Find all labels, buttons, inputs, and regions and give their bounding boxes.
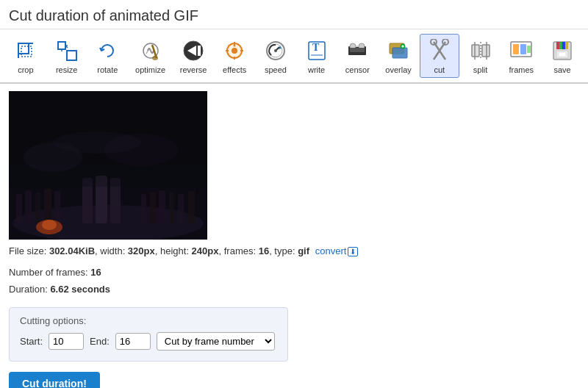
svg-point-79 bbox=[42, 220, 57, 230]
tool-effects-label: effects bbox=[223, 65, 246, 74]
svg-rect-74 bbox=[159, 190, 165, 223]
cut-mode-select[interactable]: Cut by frame number Cut by time (seconds… bbox=[157, 332, 275, 351]
tool-resize-label: resize bbox=[56, 65, 77, 74]
svg-rect-64 bbox=[16, 194, 22, 223]
tool-cut[interactable]: cut bbox=[420, 34, 459, 78]
cutting-panel: Cutting options: Start: End: Cut by fram… bbox=[9, 307, 288, 362]
svg-point-11 bbox=[152, 56, 158, 60]
svg-rect-44 bbox=[472, 45, 479, 57]
svg-rect-67 bbox=[44, 189, 51, 223]
tool-frames[interactable]: frames bbox=[501, 34, 541, 78]
tool-optimize[interactable]: optimize bbox=[129, 34, 172, 78]
start-input[interactable] bbox=[49, 333, 84, 350]
svg-rect-58 bbox=[559, 42, 562, 49]
svg-rect-73 bbox=[150, 192, 156, 223]
duration-stat: Duration: 6.62 seconds bbox=[9, 281, 579, 298]
rotate-icon bbox=[94, 37, 121, 64]
tool-crop[interactable]: crop bbox=[6, 34, 46, 78]
svg-rect-76 bbox=[178, 194, 184, 223]
speed-icon bbox=[262, 37, 289, 64]
svg-rect-66 bbox=[35, 193, 40, 223]
file-width: 320px bbox=[128, 245, 155, 256]
tool-crop-label: crop bbox=[18, 65, 33, 74]
convert-icon: ⬇ bbox=[348, 247, 358, 256]
file-info-prefix: File size: bbox=[9, 245, 49, 256]
svg-rect-51 bbox=[520, 44, 526, 54]
effects-icon bbox=[221, 37, 248, 64]
overlay-icon bbox=[385, 37, 412, 64]
duration-label: Duration: bbox=[9, 284, 50, 295]
toolbar: crop resize rotate bbox=[0, 29, 588, 84]
cut-duration-button[interactable]: Cut duration! bbox=[9, 372, 100, 388]
frames-value: 16 bbox=[90, 267, 101, 278]
tool-reverse-label: reverse bbox=[180, 65, 207, 74]
tool-speed-label: speed bbox=[265, 65, 287, 74]
tool-split-label: split bbox=[473, 65, 488, 74]
optimize-icon bbox=[137, 37, 164, 64]
svg-rect-52 bbox=[527, 46, 531, 53]
reverse-icon bbox=[180, 37, 207, 64]
svg-rect-57 bbox=[556, 42, 559, 49]
save-icon bbox=[549, 37, 576, 64]
svg-rect-68 bbox=[54, 191, 60, 223]
svg-rect-50 bbox=[513, 44, 519, 54]
tool-save[interactable]: save bbox=[542, 34, 582, 78]
duration-value: 6.62 seconds bbox=[50, 284, 110, 295]
tool-effects[interactable]: effects bbox=[215, 34, 254, 78]
svg-point-21 bbox=[234, 45, 236, 47]
svg-rect-59 bbox=[562, 42, 565, 49]
tool-save-label: save bbox=[553, 65, 570, 74]
svg-rect-36 bbox=[392, 48, 407, 58]
censor-icon bbox=[344, 37, 370, 64]
file-info-sep2: , height: bbox=[155, 245, 192, 256]
tool-speed[interactable]: speed bbox=[256, 34, 295, 78]
svg-rect-3 bbox=[21, 46, 32, 57]
tool-overlay[interactable]: overlay bbox=[379, 34, 418, 78]
end-label: End: bbox=[90, 336, 110, 347]
file-height: 240px bbox=[192, 245, 219, 256]
tool-optimize-label: optimize bbox=[135, 65, 165, 74]
tool-censor[interactable]: censor bbox=[338, 34, 378, 78]
svg-rect-65 bbox=[25, 190, 32, 223]
svg-rect-77 bbox=[188, 191, 195, 223]
tool-resize[interactable]: resize bbox=[47, 34, 87, 78]
page-title: Cut duration of animated GIF bbox=[9, 7, 579, 24]
file-info: File size: 302.04KiB, width: 320px, heig… bbox=[9, 245, 579, 256]
svg-rect-4 bbox=[58, 42, 65, 49]
svg-marker-14 bbox=[198, 46, 201, 56]
tool-cut-label: cut bbox=[434, 65, 445, 74]
convert-link[interactable]: convert bbox=[315, 245, 347, 256]
svg-rect-60 bbox=[565, 42, 568, 49]
tool-split[interactable]: split bbox=[461, 34, 501, 78]
frames-icon bbox=[508, 37, 534, 64]
tool-censor-label: censor bbox=[345, 65, 370, 74]
cutting-panel-title: Cutting options: bbox=[20, 315, 277, 326]
end-input[interactable] bbox=[115, 333, 151, 350]
tool-write[interactable]: T write bbox=[297, 34, 337, 78]
stats: Number of frames: 16 Duration: 6.62 seco… bbox=[9, 264, 579, 298]
tool-write-label: write bbox=[308, 65, 325, 74]
file-type: gif bbox=[298, 245, 309, 256]
start-label: Start: bbox=[20, 336, 43, 347]
svg-point-16 bbox=[232, 48, 237, 54]
file-frames-count: 16 bbox=[259, 245, 269, 256]
write-icon: T bbox=[304, 37, 330, 64]
gif-preview bbox=[9, 91, 207, 240]
svg-rect-45 bbox=[482, 45, 490, 57]
tool-overlay-label: overlay bbox=[385, 65, 411, 74]
svg-rect-5 bbox=[67, 51, 76, 60]
svg-rect-0 bbox=[18, 43, 29, 54]
frames-stat: Number of frames: 16 bbox=[9, 264, 579, 281]
crop-icon bbox=[12, 37, 39, 64]
tool-rotate[interactable]: rotate bbox=[87, 34, 127, 78]
svg-rect-72 bbox=[141, 194, 146, 223]
main-content: File size: 302.04KiB, width: 320px, heig… bbox=[0, 84, 588, 388]
svg-rect-34 bbox=[350, 48, 365, 52]
svg-rect-75 bbox=[169, 193, 174, 223]
tool-reverse[interactable]: reverse bbox=[173, 34, 213, 78]
svg-text:T: T bbox=[312, 42, 320, 53]
resize-icon bbox=[54, 37, 80, 64]
cut-icon bbox=[426, 37, 453, 64]
file-info-sep4: , type: bbox=[269, 245, 298, 256]
svg-point-26 bbox=[274, 49, 277, 52]
